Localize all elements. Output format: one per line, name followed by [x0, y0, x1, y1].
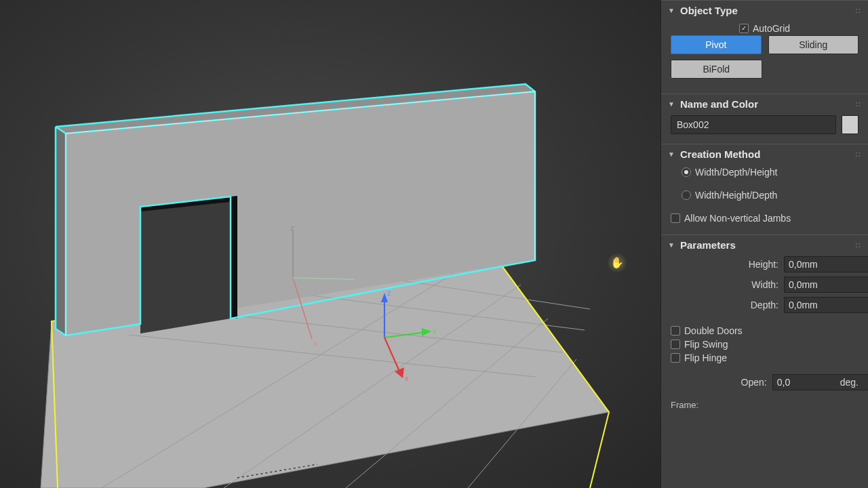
- radio-whd[interactable]: Width/Height/Depth: [671, 188, 859, 202]
- svg-text:x: x: [313, 339, 317, 347]
- svg-text:z: z: [290, 224, 294, 232]
- chevron-down-icon: ▼: [668, 7, 676, 14]
- color-swatch[interactable]: [842, 115, 859, 134]
- radio-icon[interactable]: [682, 167, 691, 177]
- bifold-button[interactable]: BiFold: [671, 60, 762, 79]
- drag-handle-icon: ::: [855, 100, 861, 108]
- radio-label: Width/Depth/Height: [695, 167, 777, 178]
- rollout-title: Parameters: [680, 239, 736, 251]
- param-depth-label: Depth:: [671, 300, 778, 310]
- chevron-down-icon: ▼: [668, 100, 676, 108]
- chevron-down-icon: ▼: [668, 150, 676, 158]
- param-height-label: Height:: [671, 259, 778, 270]
- checkbox[interactable]: [671, 326, 680, 336]
- autogrid-label: AutoGrid: [753, 23, 790, 34]
- svg-marker-13: [231, 196, 237, 319]
- flip-swing-row[interactable]: Flip Swing: [671, 338, 859, 351]
- param-depth-input[interactable]: [784, 297, 868, 313]
- param-open-spinner[interactable]: ▲▼: [772, 374, 831, 390]
- param-height-input[interactable]: [784, 256, 868, 272]
- drag-handle-icon: ::: [855, 241, 861, 249]
- param-width-input[interactable]: [784, 277, 868, 293]
- axis-z-big: z: [387, 289, 391, 297]
- param-depth-spinner[interactable]: ▲▼: [784, 297, 859, 313]
- rollout-creation-method: ▼ Creation Method :: Width/Depth/Height …: [661, 144, 868, 235]
- checkbox-label: Allow Non-vertical Jambs: [684, 213, 791, 224]
- radio-wdh[interactable]: Width/Depth/Height: [671, 165, 859, 179]
- rollout-header-parameters[interactable]: ▼ Parameters ::: [661, 235, 868, 253]
- allow-nonvertical-row[interactable]: Allow Non-vertical Jambs: [671, 211, 859, 225]
- checkbox[interactable]: [671, 214, 680, 223]
- rollout-title: Object Type: [680, 5, 738, 16]
- rollout-title: Name and Color: [680, 98, 758, 110]
- radio-icon[interactable]: [682, 190, 691, 200]
- radio-label: Width/Height/Depth: [695, 190, 777, 201]
- param-open-unit: deg.: [840, 377, 859, 388]
- param-height-spinner[interactable]: ▲▼: [784, 256, 859, 272]
- checkbox-label: Double Doors: [684, 325, 743, 336]
- rollout-header-name-color[interactable]: ▼ Name and Color ::: [661, 94, 868, 113]
- viewport-scene: z y x z x y: [0, 0, 660, 488]
- sliding-button[interactable]: Sliding: [768, 35, 859, 54]
- svg-marker-11: [56, 127, 66, 336]
- rollout-parameters: ▼ Parameters :: Height: ▲▼ Width: ▲▼: [661, 235, 868, 417]
- checkbox-label: Flip Hinge: [684, 352, 727, 363]
- checkbox[interactable]: [671, 353, 680, 363]
- viewport[interactable]: z y x z x y: [0, 0, 660, 488]
- drag-handle-icon: ::: [855, 7, 861, 14]
- autogrid-checkbox[interactable]: [739, 24, 749, 33]
- frame-label: Frame:: [661, 399, 868, 411]
- drag-handle-icon: ::: [855, 150, 861, 158]
- axis-y-big: y: [433, 326, 437, 334]
- svg-marker-12: [140, 197, 231, 333]
- checkbox-label: Flip Swing: [684, 339, 728, 350]
- param-width-spinner[interactable]: ▲▼: [784, 277, 859, 293]
- command-panel: ▼ Object Type :: AutoGrid Pivot Sliding …: [660, 0, 868, 488]
- rollout-object-type: ▼ Object Type :: AutoGrid Pivot Sliding …: [661, 0, 868, 94]
- flip-hinge-row[interactable]: Flip Hinge: [671, 351, 859, 365]
- svg-text:y: y: [355, 275, 359, 283]
- autogrid-row[interactable]: AutoGrid: [671, 22, 859, 35]
- rollout-title: Creation Method: [680, 148, 760, 160]
- axis-x-big: x: [405, 374, 409, 382]
- param-width-label: Width:: [671, 279, 778, 290]
- double-doors-row[interactable]: Double Doors: [671, 324, 859, 338]
- pivot-button[interactable]: Pivot: [671, 35, 762, 54]
- object-name-input[interactable]: [671, 115, 836, 134]
- rollout-header-object-type[interactable]: ▼ Object Type ::: [661, 1, 868, 19]
- rollout-name-color: ▼ Name and Color ::: [661, 94, 868, 144]
- chevron-down-icon: ▼: [668, 241, 676, 249]
- checkbox[interactable]: [671, 340, 680, 349]
- param-open-label: Open:: [671, 377, 767, 388]
- rollout-header-creation-method[interactable]: ▼ Creation Method ::: [661, 144, 868, 163]
